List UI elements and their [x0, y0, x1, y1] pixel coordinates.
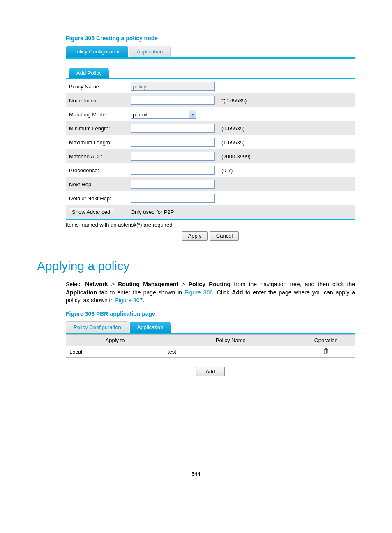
application-table: Apply to Policy Name Operation Local tes…	[66, 334, 355, 358]
figure-306-caption: Figure 306 PBR application page	[66, 311, 355, 317]
max-length-hint: (1-65535)	[221, 139, 244, 146]
min-length-input[interactable]	[131, 124, 215, 133]
node-index-input[interactable]	[131, 96, 215, 105]
tab-policy-configuration-306[interactable]: Policy Configuration	[66, 321, 129, 333]
max-length-label: Maximum Length:	[66, 135, 127, 149]
cell-apply-to: Local	[66, 346, 164, 357]
matched-acl-hint: (2000-3999)	[221, 153, 251, 160]
figure-307-link[interactable]: Figure 307	[115, 297, 143, 304]
precedence-input[interactable]	[131, 166, 215, 175]
matching-mode-label: Matching Mode:	[66, 107, 127, 121]
tab-application-306[interactable]: Application	[130, 322, 171, 333]
next-hop-label: Next Hop:	[66, 177, 127, 191]
p2p-note: Only used for P2P	[127, 205, 355, 219]
table-row: Local test	[66, 346, 355, 357]
add-button[interactable]: Add	[196, 367, 224, 376]
matching-mode-select[interactable]: permit	[131, 110, 196, 119]
min-length-hint: (0-65535)	[221, 125, 244, 132]
matched-acl-label: Matched ACL:	[66, 149, 127, 163]
tab-policy-configuration[interactable]: Policy Configuration	[66, 46, 128, 57]
body-paragraph: Select Network > Routing Management > Po…	[66, 280, 355, 305]
svg-rect-3	[324, 349, 328, 350]
apply-button[interactable]: Apply	[182, 231, 208, 241]
tab-application[interactable]: Application	[129, 46, 171, 57]
policy-name-input	[131, 82, 215, 91]
cancel-button[interactable]: Cancel	[210, 231, 239, 241]
policy-name-label: Policy Name:	[66, 79, 127, 93]
svg-rect-4	[325, 348, 327, 349]
precedence-label: Precedence:	[66, 163, 127, 177]
tabs-row: Policy Configuration Application	[66, 46, 355, 59]
default-next-hop-input[interactable]	[131, 194, 215, 203]
required-note: Items marked with an asterisk(*) are req…	[66, 222, 355, 228]
section-heading: Applying a policy	[37, 259, 355, 273]
page-number: 544	[37, 471, 355, 477]
col-operation: Operation	[297, 334, 355, 346]
cell-policy-name: test	[164, 346, 297, 357]
min-length-label: Minimum Length:	[66, 121, 127, 135]
tabs-row-306: Policy Configuration Application	[66, 321, 355, 334]
subtab-add-policy[interactable]: Add Policy	[69, 68, 109, 78]
matched-acl-input[interactable]	[131, 152, 215, 161]
default-next-hop-label: Default Next Hop:	[66, 191, 127, 205]
figure-305-panel: Policy Configuration Application Add Pol…	[66, 46, 355, 241]
subtab-row: Add Policy	[66, 68, 355, 79]
node-index-label: Node Index:	[66, 93, 127, 107]
node-index-hint: (0-65535)	[224, 97, 247, 104]
precedence-hint: (0-7)	[221, 167, 233, 174]
col-policy-name: Policy Name	[164, 334, 297, 346]
trash-icon[interactable]	[323, 348, 328, 354]
max-length-input[interactable]	[131, 138, 215, 147]
next-hop-input[interactable]	[131, 180, 215, 189]
figure-305-caption: Figure 305 Creating a policy node	[66, 35, 355, 42]
figure-306-link[interactable]: Figure 306	[184, 289, 213, 296]
show-advanced-button[interactable]: Show Advanced	[69, 208, 113, 216]
figure-306-panel: Policy Configuration Application Apply t…	[66, 321, 355, 376]
col-apply-to: Apply to	[66, 334, 164, 346]
policy-form-table: Policy Name: Node Index: *(0-65535) Matc…	[66, 79, 355, 219]
svg-rect-0	[324, 350, 327, 354]
